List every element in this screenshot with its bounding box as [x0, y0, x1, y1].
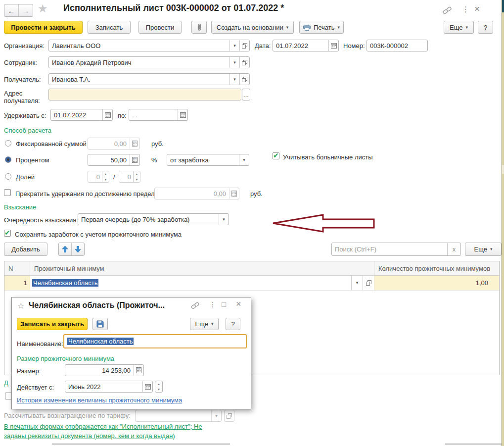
favorite-star-icon[interactable]: [17, 302, 24, 310]
share-numerator-value: 0: [88, 171, 102, 182]
org-field[interactable]: Лавинталь ООО: [48, 40, 250, 51]
cell-region-editor[interactable]: Челябинская область: [30, 276, 374, 290]
percent-field[interactable]: 50,00: [88, 154, 140, 166]
page-title: Исполнительный лист 003К-000002 от 01.07…: [63, 4, 284, 12]
close-icon[interactable]: [236, 299, 241, 308]
calendar-icon[interactable]: [142, 381, 152, 392]
create-based-on-button[interactable]: Создать на основании: [211, 21, 294, 34]
cell-region-dropdown[interactable]: [351, 276, 363, 290]
recipient-open-icon[interactable]: [239, 74, 249, 85]
employee-open-icon[interactable]: [239, 57, 249, 68]
calculator-icon[interactable]: [134, 365, 143, 376]
help-button[interactable]: ?: [478, 21, 493, 34]
chevron-down-icon: [286, 25, 289, 30]
partially-hidden-checkbox[interactable]: [5, 393, 12, 399]
move-up-icon[interactable]: [59, 243, 71, 255]
tariff-open-button[interactable]: [224, 410, 234, 422]
tariff-dropdown[interactable]: [211, 410, 221, 421]
calculator-icon[interactable]: [130, 154, 139, 165]
move-down-icon[interactable]: [71, 243, 84, 255]
sick-leave-checkbox[interactable]: [273, 152, 279, 159]
employee-dropdown[interactable]: [229, 57, 239, 68]
col-header-qty: Количество прожиточных минимумов: [374, 261, 499, 275]
cell-qty-value[interactable]: 1,00: [374, 276, 499, 290]
close-icon[interactable]: [474, 4, 480, 13]
collection-order-dropdown[interactable]: [219, 214, 229, 225]
radio-fixed-sum-label: Фиксированной суммой: [16, 140, 87, 148]
link-icon[interactable]: [442, 6, 453, 15]
calendar-icon[interactable]: [102, 109, 112, 120]
forward-icon[interactable]: [18, 4, 33, 16]
keep-min-checkbox[interactable]: [4, 230, 11, 237]
maximize-icon[interactable]: [222, 300, 226, 308]
org-open-icon[interactable]: [239, 40, 249, 51]
print-button[interactable]: Печать: [299, 21, 344, 34]
number-field[interactable]: 003К-000002: [367, 40, 428, 51]
save-button[interactable]: [92, 318, 108, 330]
recipient-dropdown[interactable]: [229, 74, 239, 85]
percent-source-dropdown[interactable]: [239, 154, 249, 165]
search-input[interactable]: Поиск (Ctrl+F) x: [331, 243, 461, 256]
collection-order-field[interactable]: Первая очередь (до 70% заработка): [78, 213, 229, 225]
stop-limit-field[interactable]: 0,00: [154, 188, 239, 199]
address-field[interactable]: [48, 89, 241, 100]
withhold-to-field[interactable]: . .: [129, 109, 188, 121]
search-clear-icon[interactable]: x: [447, 243, 460, 255]
radio-share-label: Долей: [16, 173, 35, 181]
recipient-field[interactable]: Иванова Т.А.: [48, 73, 250, 85]
post-label: Провести: [146, 24, 175, 31]
kebab-menu-icon[interactable]: [209, 301, 216, 308]
post-button[interactable]: Провести: [138, 21, 182, 34]
share-denominator-field[interactable]: 0: [119, 171, 140, 183]
calculator-icon[interactable]: [229, 188, 239, 199]
back-icon[interactable]: [4, 4, 18, 16]
grid-more-button[interactable]: Еще: [465, 243, 502, 256]
percent-source-value: от заработка: [167, 154, 239, 165]
dialog-more-button[interactable]: Еще: [190, 318, 219, 330]
size-field[interactable]: 14 253,00: [65, 364, 144, 376]
calendar-icon[interactable]: [178, 109, 187, 120]
grid-more-label: Еще: [474, 246, 487, 253]
fixed-sum-field[interactable]: 0,00: [88, 138, 140, 149]
more-button[interactable]: Еще: [444, 21, 474, 34]
save-and-close-button[interactable]: Записать и закрыть: [17, 318, 88, 330]
spinner-icon[interactable]: [155, 381, 162, 392]
stop-limit-checkbox[interactable]: [4, 189, 11, 196]
size-label: Размер:: [17, 367, 41, 375]
radio-percent[interactable]: [5, 156, 11, 163]
cell-region-open-icon[interactable]: [363, 276, 374, 290]
radio-fixed-sum[interactable]: [5, 140, 11, 147]
post-and-close-button[interactable]: Провести и закрыть: [4, 21, 83, 34]
print-form-notice-link[interactable]: В печатных формах отображается как "Испо…: [4, 422, 224, 441]
percent-source-field[interactable]: от заработка: [167, 154, 249, 166]
calculator-icon[interactable]: [130, 138, 139, 149]
spinner-icon[interactable]: [133, 171, 140, 182]
spinner-icon[interactable]: [102, 171, 109, 182]
address-more-button[interactable]: ...: [242, 89, 250, 100]
address-value: [49, 89, 241, 100]
share-numerator-field[interactable]: 0: [88, 171, 109, 183]
org-dropdown[interactable]: [229, 40, 239, 51]
dialog-title: Челябинская область (Прожиточ...: [29, 301, 165, 309]
col-header-living-wage: Прожиточный минимум: [30, 261, 374, 275]
favorite-star-icon[interactable]: [38, 3, 48, 14]
write-button[interactable]: Записать: [88, 21, 131, 34]
more-label: Еще: [450, 24, 462, 31]
table-row[interactable]: 1 Челябинская область 1,00: [4, 276, 499, 291]
effective-from-spinner[interactable]: [155, 381, 163, 393]
add-row-button[interactable]: Добавить: [4, 243, 47, 256]
dialog-help-button[interactable]: ?: [226, 318, 240, 330]
attachments-button[interactable]: [191, 21, 207, 34]
withhold-from-field[interactable]: 01.07.2022: [50, 109, 113, 121]
radio-share[interactable]: [5, 173, 11, 180]
link-icon[interactable]: [190, 301, 200, 309]
name-field[interactable]: Челябинская область: [63, 334, 247, 348]
employee-field[interactable]: Иванов Аркадий Петрович: [48, 56, 250, 68]
history-link[interactable]: История изменения величины прожиточного …: [17, 396, 182, 404]
collection-order-label: Очередность взыскания:: [4, 216, 78, 224]
tariff-field[interactable]: [135, 410, 222, 422]
calendar-icon[interactable]: [328, 40, 338, 51]
date-field[interactable]: 01.07.2022: [273, 40, 339, 51]
kebab-menu-icon[interactable]: [462, 5, 469, 13]
effective-from-field[interactable]: Июнь 2022: [65, 381, 153, 393]
